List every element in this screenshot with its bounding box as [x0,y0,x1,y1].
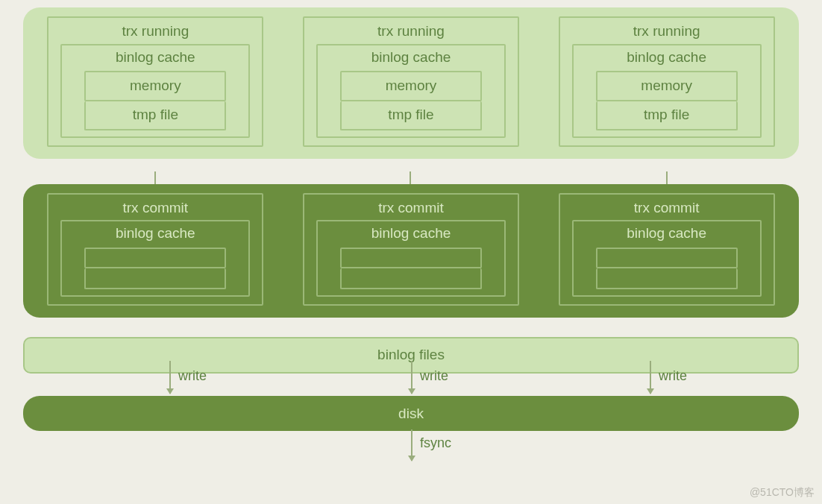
tmpfile-cell: tmp file [340,101,482,130]
binlog-cache-label: binlog cache [322,224,500,243]
trx-running-box: trx running binlog cache memory tmp file [303,16,519,147]
memory-cell: memory [340,71,482,101]
binlog-cache-box: binlog cache memory tmp file [316,44,506,138]
arrow-icon [411,429,412,461]
disk-box: disk [23,396,799,431]
trx-running-box: trx running binlog cache memory tmp file [559,16,775,147]
tmpfile-cell: tmp file [84,101,226,130]
binlog-cache-box: binlog cache [60,220,250,297]
trx-running-label: trx running [54,22,256,41]
watermark: @51CTO博客 [750,486,815,500]
binlog-cache-label: binlog cache [322,48,500,67]
write-label: write [659,368,687,384]
empty-cell [596,268,738,289]
empty-cell [84,248,226,268]
binlog-cache-box: binlog cache memory tmp file [572,44,762,138]
empty-cell [84,268,226,289]
trx-commit-box: trx commit binlog cache [303,193,519,306]
memory-cell: memory [596,71,738,101]
arrow-icon [169,361,171,394]
binlog-cache-label: binlog cache [578,48,756,67]
trx-commit-label: trx commit [54,199,256,218]
empty-cell [340,268,482,289]
trx-running-label: trx running [566,22,768,41]
empty-cell [340,248,482,268]
trx-running-box: trx running binlog cache memory tmp file [47,16,263,147]
write-label: write [420,368,448,384]
binlog-cache-label: binlog cache [66,48,244,67]
running-panel: trx running binlog cache memory tmp file… [23,7,799,159]
trx-running-label: trx running [310,22,512,41]
arrow-icon [650,361,651,394]
binlog-cache-box: binlog cache [316,220,506,297]
memory-cell: memory [84,71,226,101]
binlog-cache-label: binlog cache [578,224,756,243]
tmpfile-cell: tmp file [596,101,738,130]
arrow-icon [411,361,412,394]
trx-commit-box: trx commit binlog cache [559,193,775,306]
write-label: write [178,368,207,384]
trx-commit-label: trx commit [566,199,768,218]
binlog-cache-box: binlog cache memory tmp file [60,44,250,138]
commit-panel: trx commit binlog cache trx commit binlo… [23,184,799,318]
fsync-label: fsync [420,435,451,451]
binlog-cache-box: binlog cache [572,220,762,297]
trx-commit-box: trx commit binlog cache [47,193,263,306]
trx-commit-label: trx commit [310,199,512,218]
empty-cell [596,248,738,268]
binlog-cache-label: binlog cache [66,224,244,243]
